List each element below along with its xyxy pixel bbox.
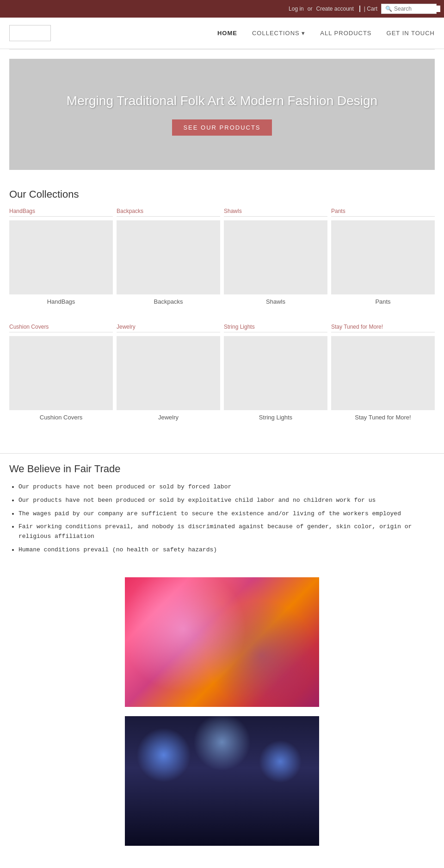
fair-trade-point-2: Our products have not been produced or s… [18,496,435,506]
fair-trade-heading: We Believe in Fair Trade [9,463,435,475]
collection-label-jewelry: Jewelry [117,324,220,332]
collection-label-backpacks: Backpacks [117,208,220,217]
collection-pants[interactable]: Pants Pants [331,208,435,312]
collections-heading: Our Collections [9,188,435,200]
nav-collections[interactable]: COLLECTIONS ▾ [252,30,305,37]
embroidery-image-container [0,577,444,707]
collection-image-pants [331,220,435,294]
collection-image-shawls [224,220,327,294]
collection-label-stay-tuned: Stay Tuned for More! [331,324,435,332]
collection-label-shawls: Shawls [224,208,327,217]
collection-backpacks[interactable]: Backpacks Backpacks [117,208,220,312]
collection-name-jewelry: Jewelry [117,414,220,428]
collection-image-handbags [9,220,113,294]
hero-title: Merging Traditional Folk Art & Modern Fa… [67,94,377,108]
collection-handbags[interactable]: HandBags HandBags [9,208,113,312]
fair-trade-point-3: The wages paid by our company are suffic… [18,509,435,519]
collection-name-pants: Pants [331,298,435,312]
collection-name-shawls: Shawls [224,298,327,312]
collection-jewelry[interactable]: Jewelry Jewelry [117,324,220,428]
fair-trade-section: We Believe in Fair Trade Our products ha… [0,453,444,568]
fair-trade-point-4: Fair working conditions prevail, and nob… [18,522,435,542]
cart-link[interactable]: | Cart [359,6,377,12]
fair-trade-list: Our products have not been produced or s… [9,482,435,555]
collection-label-pants: Pants [331,208,435,217]
collections-row-2: Cushion Covers Cushion Covers Jewelry Je… [9,324,435,428]
fair-trade-point-1: Our products have not been produced or s… [18,482,435,492]
nav-home[interactable]: HOME [217,30,237,37]
collection-stay-tuned[interactable]: Stay Tuned for More! Stay Tuned for More… [331,324,435,428]
search-box: 🔍 [381,4,437,14]
logo[interactable] [9,25,51,41]
header: HOME COLLECTIONS ▾ ALL PRODUCTS GET IN T… [0,18,444,49]
search-input[interactable] [394,6,440,12]
collection-shawls[interactable]: Shawls Shawls [224,208,327,312]
lights-image [125,716,319,846]
collection-cushion-covers[interactable]: Cushion Covers Cushion Covers [9,324,113,428]
collections-row-1: HandBags HandBags Backpacks Backpacks Sh… [9,208,435,312]
collection-string-lights[interactable]: String Lights String Lights [224,324,327,428]
collection-label-handbags: HandBags [9,208,113,217]
nav-all-products[interactable]: ALL PRODUCTS [320,30,371,37]
collection-name-cushion: Cushion Covers [9,414,113,428]
cart-bracket: | [364,6,365,12]
collection-name-handbags: HandBags [9,298,113,312]
hero-cta-button[interactable]: SEE OUR PRODUCTS [172,119,271,136]
collection-image-lights [224,336,327,410]
collection-name-lights: String Lights [224,414,327,428]
main-nav: HOME COLLECTIONS ▾ ALL PRODUCTS GET IN T… [217,30,435,37]
or-text: or [308,6,313,12]
lights-image-container [0,716,444,846]
login-link[interactable]: Log in [289,6,304,12]
collection-name-stay-tuned: Stay Tuned for More! [331,414,435,428]
collection-label-cushion: Cushion Covers [9,324,113,332]
hero-banner: Merging Traditional Folk Art & Modern Fa… [9,59,435,170]
create-account-link[interactable]: Create account [316,6,353,12]
collection-image-jewelry [117,336,220,410]
nav-get-touch[interactable]: GET IN TOUCH [387,30,435,37]
top-bar: Log in or Create account | Cart 🔍 [0,0,444,18]
search-icon: 🔍 [385,6,392,12]
collection-image-stay-tuned [331,336,435,410]
header-divider [9,49,435,50]
collection-name-backpacks: Backpacks [117,298,220,312]
fair-trade-point-5: Humane conditions prevail (no health or … [18,545,435,555]
collection-label-lights: String Lights [224,324,327,332]
collections-section: Our Collections HandBags HandBags Backpa… [0,179,444,449]
collection-image-cushion [9,336,113,410]
embroidery-image [125,577,319,707]
collection-image-backpacks [117,220,220,294]
